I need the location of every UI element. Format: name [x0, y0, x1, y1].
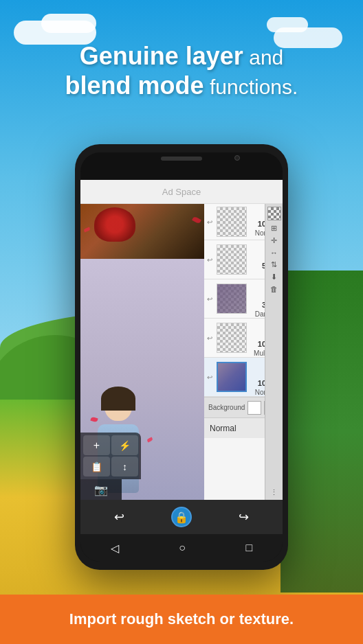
nav-back[interactable]: ◁	[111, 542, 119, 555]
header-bold-1: Genuine layer	[80, 42, 243, 70]
ad-space-label: Ad Space	[162, 187, 201, 197]
tool-merge[interactable]: ⚡	[111, 435, 138, 455]
tool-extra[interactable]: ↕	[111, 457, 138, 476]
phone-screen: Ad Space	[80, 180, 283, 534]
red-flower	[94, 207, 135, 242]
petal-3	[90, 417, 98, 422]
layer-1-thumb	[217, 362, 247, 392]
toolbar-more-icon[interactable]: ⋮	[270, 488, 278, 497]
bottom-undo[interactable]: ↩	[107, 505, 132, 529]
toolbar-resize-icon[interactable]: ⇅	[271, 260, 277, 269]
phone-camera	[234, 155, 240, 161]
nav-home[interactable]: ○	[179, 542, 186, 554]
toolbar-delete-icon[interactable]: 🗑	[270, 285, 278, 293]
layer-3-thumb	[217, 284, 247, 314]
camera-button[interactable]: 📷	[80, 479, 122, 500]
canvas-area: + ⚡ 📋 ↕ 📷	[80, 204, 204, 500]
petal-4	[146, 437, 153, 443]
toolbar-flip-icon[interactable]: ↔	[270, 249, 278, 257]
toolbar-layers-icon[interactable]: ⊞	[271, 224, 277, 233]
trees	[280, 271, 363, 593]
bottom-redo[interactable]: ↪	[231, 505, 256, 529]
bottom-banner-text: Import rough sketch or texture.	[69, 610, 294, 628]
layer-4-thumb	[217, 244, 247, 275]
bottom-toolbar: ↩ 🔒 ↪	[80, 500, 283, 534]
bg-swatch-white[interactable]	[248, 401, 261, 415]
header-normal-2: functions.	[204, 76, 298, 98]
layer-2-thumb	[217, 323, 247, 353]
layer-1-arrow: ↩	[207, 373, 212, 381]
header-section: Genuine layer and blend mode functions.	[0, 41, 363, 100]
phone-nav: ◁ ○ □	[80, 534, 283, 562]
header-line2: blend mode functions.	[0, 71, 363, 100]
bottom-lock[interactable]: 🔒	[171, 507, 192, 527]
layer-2-arrow: ↩	[207, 334, 212, 342]
background-label: Background	[208, 404, 245, 411]
layer-3-arrow: ↩	[207, 295, 212, 303]
cloud-4	[267, 17, 308, 32]
header-normal-1: and	[243, 46, 283, 69]
blend-mode-label: Normal	[210, 424, 236, 433]
layer-5-arrow: ↩	[207, 218, 212, 226]
ad-space-bar: Ad Space	[80, 180, 283, 204]
tool-layer-add[interactable]: 📋	[83, 457, 110, 476]
bottom-banner: Import rough sketch or texture.	[0, 595, 363, 644]
toolbar-move-icon[interactable]: ✛	[271, 236, 277, 245]
layer-4-arrow: ↩	[207, 256, 212, 264]
phone-inner: Ad Space	[80, 152, 283, 562]
layer-5-thumb	[217, 207, 247, 237]
figure-hair	[101, 387, 135, 411]
toolbar-checkered[interactable]	[267, 207, 281, 220]
header-line1: Genuine layer and	[0, 41, 363, 71]
phone-frame: Ad Space	[75, 144, 288, 570]
phone-speaker	[161, 157, 202, 161]
cloud-2	[41, 14, 96, 33]
toolbar-down-icon[interactable]: ⬇	[271, 273, 277, 281]
nav-square[interactable]: □	[246, 542, 253, 554]
right-toolbar: ⊞ ✛ ↔ ⇅ ⬇ 🗑 ⋮	[265, 204, 283, 500]
canvas-tools: + ⚡ 📋 ↕	[80, 433, 141, 479]
header-bold-2: blend mode	[65, 71, 204, 100]
tool-add[interactable]: +	[83, 435, 110, 455]
